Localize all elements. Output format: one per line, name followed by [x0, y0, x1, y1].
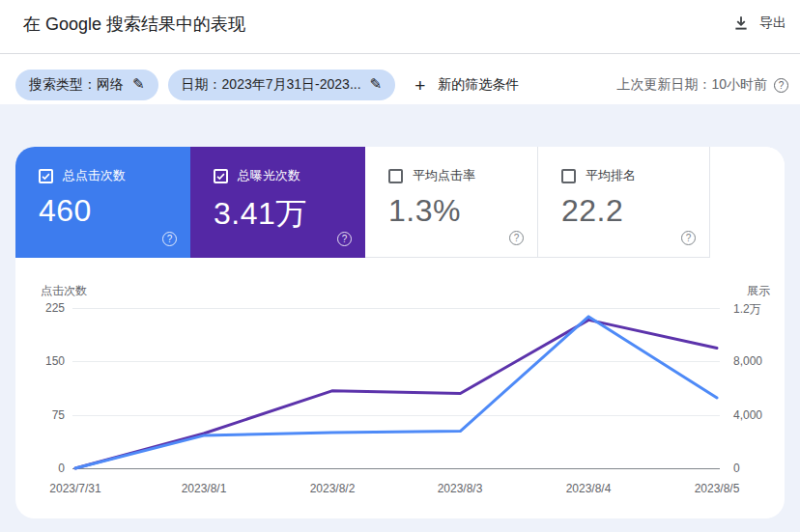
add-filter-button[interactable]: + 新的筛选条件 — [414, 76, 519, 95]
export-label: 导出 — [759, 14, 786, 32]
card-label: 平均点击率 — [413, 167, 475, 184]
card-value: 3.41万 — [214, 193, 365, 236]
edit-pencil-icon: ✎ — [132, 75, 145, 93]
x-axis-label: 2023/8/4 — [545, 482, 632, 495]
card-label: 平均排名 — [586, 167, 636, 184]
page-title: 在 Google 搜索结果中的表现 — [23, 13, 245, 36]
gridline — [72, 308, 720, 309]
header-divider — [0, 53, 800, 54]
average-position-card[interactable]: 平均排名 22.2 ? — [538, 147, 710, 258]
last-updated: 上次更新日期：10小时前 ? — [616, 76, 788, 94]
checkbox-checked-icon[interactable] — [214, 169, 228, 183]
last-updated-text: 上次更新日期：10小时前 — [616, 76, 767, 94]
performance-panel: 总点击次数 460 ? 总曝光次数 3.41万 ? 平均点击率 1.3 — [15, 147, 785, 518]
left-axis-tick: 0 — [15, 462, 65, 475]
x-axis-label: 2023/8/1 — [160, 482, 247, 495]
left-axis-tick: 225 — [15, 301, 65, 315]
right-axis-tick: 4,000 — [733, 408, 785, 422]
card-value: 460 — [39, 193, 190, 229]
x-axis-label: 2023/8/2 — [289, 482, 376, 495]
left-axis-tick: 75 — [15, 408, 65, 422]
date-range-chip-label: 日期：2023年7月31日-2023... — [182, 76, 361, 94]
plus-icon: + — [414, 76, 425, 95]
card-label: 总点击次数 — [63, 167, 126, 184]
card-label: 总曝光次数 — [238, 167, 300, 184]
search-type-chip-label: 搜索类型：网络 — [29, 76, 124, 94]
series-line-点击次数 — [75, 317, 717, 468]
checkbox-unchecked-icon[interactable] — [388, 169, 403, 183]
help-icon[interactable]: ? — [774, 78, 788, 93]
total-impressions-card[interactable]: 总曝光次数 3.41万 ? — [190, 147, 365, 258]
left-axis-title: 点击次数 — [41, 283, 87, 299]
x-axis-label: 2023/8/5 — [673, 482, 760, 495]
gridline — [72, 361, 720, 362]
right-axis-tick: 8,000 — [733, 354, 785, 368]
checkbox-unchecked-icon[interactable] — [561, 169, 576, 183]
left-axis-tick: 150 — [15, 354, 65, 368]
help-icon[interactable]: ? — [337, 232, 352, 246]
x-axis-line — [72, 468, 720, 469]
card-value: 1.3% — [388, 193, 537, 229]
card-value: 22.2 — [561, 193, 709, 229]
gridline — [72, 415, 720, 416]
export-button[interactable]: 导出 — [732, 11, 786, 36]
help-icon[interactable]: ? — [162, 232, 177, 246]
cards-row-filler — [710, 147, 785, 258]
total-clicks-card[interactable]: 总点击次数 460 ? — [15, 147, 190, 258]
help-icon[interactable]: ? — [509, 231, 524, 245]
date-range-chip[interactable]: 日期：2023年7月31日-2023... ✎ — [168, 70, 396, 100]
add-filter-label: 新的筛选条件 — [438, 76, 519, 94]
right-axis-title: 展示 — [747, 283, 770, 299]
x-axis-label: 2023/8/3 — [416, 482, 503, 495]
series-line-展示 — [75, 320, 717, 468]
right-axis-tick: 0 — [733, 462, 785, 475]
right-axis-tick: 1.2万 — [733, 301, 785, 318]
edit-pencil-icon: ✎ — [370, 75, 383, 93]
search-type-chip[interactable]: 搜索类型：网络 ✎ — [15, 70, 158, 100]
checkbox-checked-icon[interactable] — [39, 169, 53, 183]
x-axis-label: 2023/7/31 — [32, 482, 119, 495]
metric-cards-row: 总点击次数 460 ? 总曝光次数 3.41万 ? 平均点击率 1.3 — [15, 147, 785, 258]
header: 在 Google 搜索结果中的表现 导出 搜索类型：网络 ✎ 日期：2023年7… — [0, 0, 800, 104]
average-ctr-card[interactable]: 平均点击率 1.3% ? — [365, 147, 538, 258]
help-icon[interactable]: ? — [681, 231, 696, 245]
filter-bar: 搜索类型：网络 ✎ 日期：2023年7月31日-2023... ✎ + 新的筛选… — [15, 70, 788, 100]
download-icon — [732, 14, 750, 32]
